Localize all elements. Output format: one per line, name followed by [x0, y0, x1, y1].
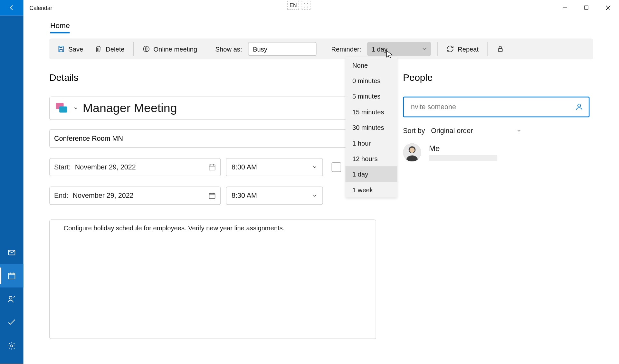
end-date-value: November 29, 2022 [73, 192, 134, 199]
reminder-select[interactable]: 1 day [367, 42, 431, 56]
maximize-button[interactable] [576, 0, 597, 15]
end-time-value: 8:30 AM [232, 192, 257, 199]
end-time-field[interactable]: 8:30 AM [226, 187, 323, 205]
svg-rect-8 [59, 107, 67, 113]
save-label: Save [68, 45, 83, 53]
sort-value: Original order [431, 127, 473, 135]
svg-point-11 [578, 104, 581, 107]
reminder-label: Reminder: [331, 45, 361, 53]
sort-select[interactable]: Original order [431, 127, 521, 135]
details-section: Details Start: November 29, 2022 [49, 72, 376, 339]
svg-rect-6 [498, 49, 502, 52]
online-meeting-label: Online meeting [154, 45, 197, 53]
reminder-option-none[interactable]: None [346, 57, 397, 72]
description-text: Configure holiday schedule for employees… [64, 224, 285, 232]
invite-input-wrapper [403, 97, 589, 118]
end-date-field[interactable]: End: November 29, 2022 [49, 187, 221, 205]
svg-point-14 [409, 148, 414, 153]
tabs: Home [24, 15, 619, 33]
person-name: Me [429, 144, 497, 153]
chevron-down-icon [312, 193, 317, 198]
chevron-down-icon[interactable] [73, 106, 78, 111]
todo-icon[interactable] [0, 311, 24, 334]
close-button[interactable] [597, 0, 619, 15]
content-area: Home Save Delete Online meeting Show as:… [24, 15, 619, 364]
chevron-down-icon [422, 46, 427, 52]
svg-point-4 [11, 345, 13, 347]
show-as-label: Show as: [215, 45, 242, 53]
description-textarea[interactable]: Configure holiday schedule for employees… [49, 219, 376, 339]
tab-home[interactable]: Home [50, 22, 70, 33]
event-title-input[interactable] [83, 101, 371, 115]
person-icon[interactable] [575, 103, 584, 111]
calendar-picker-icon [208, 192, 216, 199]
calendar-picker-icon [208, 163, 216, 171]
back-button[interactable] [0, 0, 24, 15]
details-heading: Details [49, 72, 376, 83]
reminder-value: 1 day [372, 45, 387, 53]
reminder-dropdown: None 0 minutes 5 minutes 15 minutes 30 m… [346, 57, 397, 197]
app-title: Calendar [29, 5, 52, 11]
chevron-down-icon [312, 165, 317, 170]
location-row [49, 129, 376, 148]
person-subtext [429, 155, 497, 161]
reminder-option-1hour[interactable]: 1 hour [346, 135, 397, 150]
private-button[interactable] [494, 43, 507, 54]
minimize-button[interactable] [554, 0, 576, 15]
reminder-option-1day[interactable]: 1 day [346, 166, 397, 182]
ribbon: Save Delete Online meeting Show as: Busy… [49, 39, 593, 60]
event-title-row [49, 97, 376, 120]
calendar-icon[interactable] [0, 264, 24, 288]
svg-rect-0 [585, 6, 588, 9]
delete-label: Delete [106, 45, 124, 53]
people-section: People Sort by Original order [403, 72, 589, 339]
save-button[interactable]: Save [54, 43, 86, 54]
window-controls [554, 0, 619, 15]
start-date-field[interactable]: Start: November 29, 2022 [49, 158, 221, 176]
avatar [403, 143, 421, 161]
start-date-value: November 29, 2022 [75, 163, 136, 171]
svg-rect-10 [209, 193, 215, 198]
start-time-value: 8:00 AM [232, 163, 257, 171]
reminder-option-15min[interactable]: 15 minutes [346, 104, 397, 120]
svg-point-3 [9, 296, 12, 299]
online-meeting-button[interactable]: Online meeting [140, 43, 200, 54]
svg-rect-2 [8, 273, 15, 279]
reminder-option-0min[interactable]: 0 minutes [346, 73, 397, 88]
mouse-cursor-icon [386, 50, 393, 59]
chevron-down-icon [516, 128, 521, 133]
person-row[interactable]: Me [403, 143, 589, 161]
people-icon[interactable] [0, 287, 24, 311]
reminder-option-30min[interactable]: 30 minutes [346, 120, 397, 135]
end-label: End: [54, 192, 68, 199]
location-input[interactable] [54, 135, 371, 142]
people-heading: People [403, 72, 589, 83]
event-category-icon[interactable] [54, 101, 70, 116]
reminder-option-5min[interactable]: 5 minutes [346, 88, 397, 104]
sidebar [0, 15, 24, 364]
language-code: EN [290, 2, 297, 8]
invite-input[interactable] [409, 103, 575, 111]
start-time-field[interactable]: 8:00 AM [226, 158, 323, 176]
show-as-select[interactable]: Busy [248, 42, 316, 56]
repeat-button[interactable]: Repeat [444, 43, 481, 54]
repeat-label: Repeat [458, 45, 479, 53]
all-day-checkbox[interactable] [332, 162, 341, 172]
reminder-option-12hours[interactable]: 12 hours [346, 151, 397, 166]
sort-label: Sort by [403, 127, 425, 135]
show-as-value: Busy [253, 45, 267, 53]
svg-rect-9 [209, 165, 215, 170]
reminder-option-1week[interactable]: 1 week [346, 182, 397, 197]
language-indicator[interactable]: EN [287, 1, 310, 10]
mail-icon[interactable] [0, 241, 24, 264]
delete-button[interactable]: Delete [92, 43, 127, 54]
settings-icon[interactable] [0, 334, 24, 358]
start-label: Start: [54, 163, 71, 171]
